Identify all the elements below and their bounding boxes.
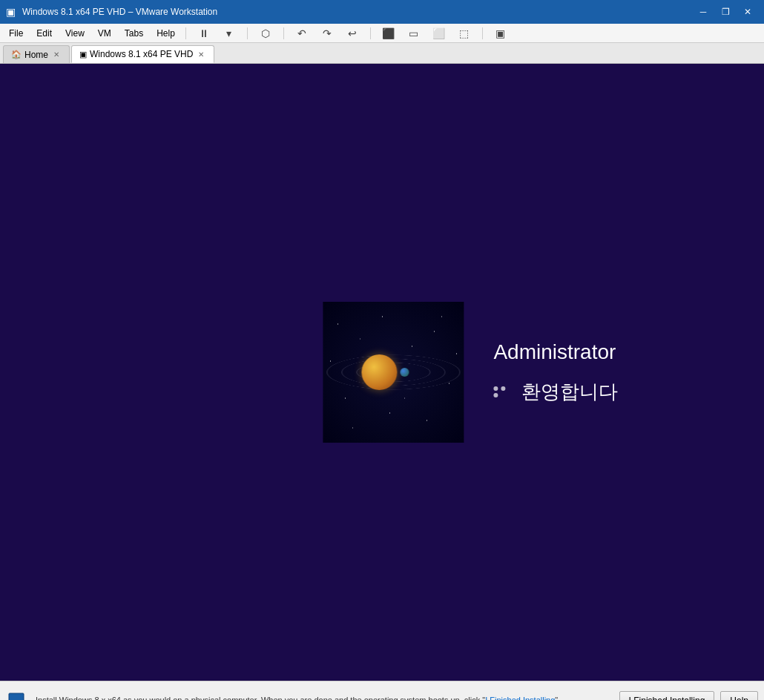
view-full-button[interactable]: ⬜: [429, 25, 449, 42]
vm-status-icon: [7, 690, 28, 701]
tab-home[interactable]: 🏠 Home ✕: [3, 45, 70, 63]
space-image: [323, 302, 464, 443]
snapshot-back-button[interactable]: ↶: [292, 25, 312, 42]
spinner-animation: [493, 386, 513, 397]
tab-vm[interactable]: ▣ Windows 8.1 x64 PE VHD ✕: [71, 45, 214, 63]
username-display: Administrator: [493, 340, 618, 364]
sep2: [283, 27, 284, 39]
welcome-content: Administrator 환영합니다: [323, 302, 618, 443]
menu-edit[interactable]: Edit: [30, 27, 58, 40]
view-normal-button[interactable]: ▭: [404, 25, 424, 42]
tab-bar: 🏠 Home ✕ ▣ Windows 8.1 x64 PE VHD ✕: [0, 43, 764, 64]
title-bar: ▣ Windows 8.1 x64 PE VHD – VMware Workst…: [0, 0, 764, 24]
svg-rect-0: [9, 693, 24, 701]
menu-vm[interactable]: VM: [92, 27, 117, 40]
dot-5-empty: [501, 393, 505, 397]
finished-installing-button[interactable]: I Finished Installing: [619, 691, 715, 701]
toolbar: ⏸ ▾ ⬡ ↶ ↷ ↩ ⬛ ▭ ⬜ ⬚ ▣: [194, 25, 511, 42]
sep4: [482, 27, 483, 39]
dot-2: [501, 386, 505, 391]
greeting-text: 환영합니다: [521, 379, 618, 405]
vm-screen[interactable]: Administrator 환영합니다: [0, 64, 764, 681]
planet-main: [361, 354, 397, 390]
tab-vm-label: Windows 8.1 x64 PE VHD: [90, 49, 193, 59]
view-fit-button[interactable]: ⬛: [378, 25, 399, 42]
planet-small: [401, 368, 409, 377]
pause-button[interactable]: ⏸: [194, 25, 214, 42]
status-message-end: ".: [555, 696, 560, 700]
window-title: Windows 8.1 x64 PE VHD – VMware Workstat…: [22, 7, 217, 17]
menu-bar: File Edit View VM Tabs Help ⏸ ▾ ⬡ ↶ ↷ ↩ …: [0, 24, 764, 43]
home-icon: 🏠: [11, 50, 22, 59]
finished-installing-link[interactable]: I Finished Installing: [485, 696, 555, 700]
welcome-text: Administrator 환영합니다: [493, 340, 618, 405]
tab-home-label: Home: [24, 50, 48, 60]
pause-dropdown[interactable]: ▾: [219, 25, 240, 42]
toolbar-separator: [185, 27, 186, 39]
title-bar-left: ▣ Windows 8.1 x64 PE VHD – VMware Workst…: [6, 6, 217, 18]
vm-icon: ▣: [79, 50, 87, 59]
dot-4: [493, 393, 498, 397]
help-button[interactable]: Help: [720, 691, 758, 701]
snapshot-forward-button[interactable]: ↷: [317, 25, 337, 42]
menu-tabs[interactable]: Tabs: [119, 27, 149, 40]
menu-file[interactable]: File: [3, 27, 29, 40]
view-stretch-button[interactable]: ▣: [490, 25, 511, 42]
view-unity-button[interactable]: ⬚: [454, 25, 475, 42]
status-message: Install Windows 8.x x64 as you would on …: [36, 695, 613, 700]
dot-3-empty: [508, 386, 513, 391]
info-icon: [6, 689, 30, 701]
tab-vm-close[interactable]: ✕: [196, 49, 206, 59]
dot-1: [493, 386, 498, 391]
title-bar-controls: ─ ❒ ✕: [693, 4, 758, 19]
tab-home-close[interactable]: ✕: [51, 50, 62, 60]
status-message-text: Install Windows 8.x x64 as you would on …: [36, 696, 485, 700]
minimize-button[interactable]: ─: [693, 4, 714, 19]
menu-help[interactable]: Help: [151, 27, 181, 40]
sep3: [370, 27, 371, 39]
dot-row-1: [493, 386, 513, 391]
dot-row-2: [493, 393, 513, 397]
dot-6-empty: [508, 393, 513, 397]
snapshot-manager-button[interactable]: ↩: [342, 25, 363, 42]
send-ctrlaltdel-button[interactable]: ⬡: [255, 25, 276, 42]
menu-view[interactable]: View: [59, 27, 90, 40]
sep1: [247, 27, 248, 39]
app-icon: ▣: [6, 6, 18, 18]
close-button[interactable]: ✕: [737, 4, 758, 19]
restore-button[interactable]: ❒: [715, 4, 736, 19]
greeting-area: 환영합니다: [493, 379, 618, 405]
status-bar: Install Windows 8.x x64 as you would on …: [0, 681, 764, 700]
